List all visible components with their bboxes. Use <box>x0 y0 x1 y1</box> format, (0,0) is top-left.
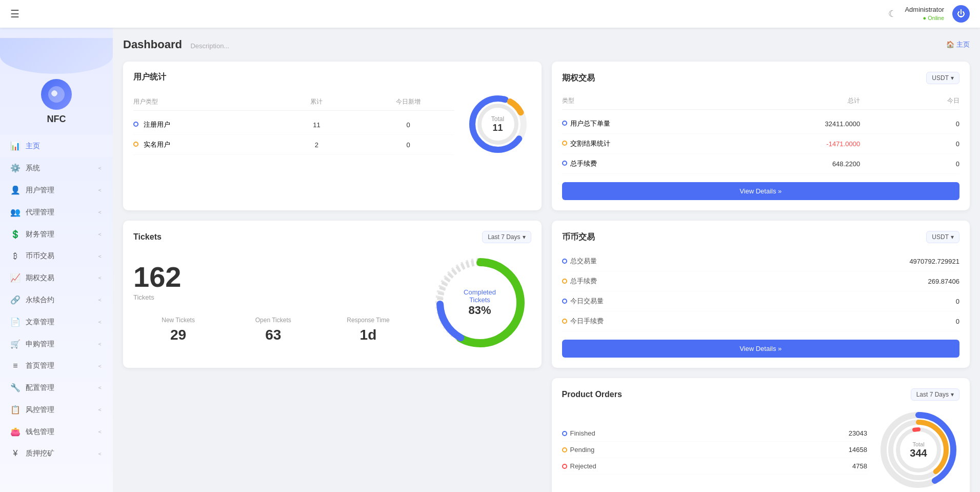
spot-header: 币币交易 USDT ▾ <box>562 231 960 243</box>
nav-item-left-2: 👤 用户管理 <box>10 185 54 195</box>
order-donut-text: Total <box>910 441 927 447</box>
nav-item-left-6: 📈 期权交易 <box>10 273 54 283</box>
orders-dropdown[interactable]: Last 7 Days ▾ <box>911 388 959 401</box>
sidebar-item-13[interactable]: 👛 钱包管理 ＜ <box>0 421 113 443</box>
sidebar-nav: 📊 主页 ⚙️ 系统 ＜ 👤 用户管理 ＜ 👥 代理管理 ＜ � <box>0 135 113 464</box>
donut-label: Total 11 <box>491 115 504 133</box>
sidebar-item-6[interactable]: 📈 期权交易 ＜ <box>0 267 113 289</box>
dot-icon <box>562 121 567 126</box>
user-stats-card: 用户统计 用户类型 累计 今日新增 注册用户 <box>123 62 542 210</box>
user-stats-content: 用户类型 累计 今日新增 注册用户 11 0 <box>133 91 531 158</box>
cards-grid: 用户统计 用户类型 累计 今日新增 注册用户 <box>123 62 970 492</box>
order-donut-label: Total 344 <box>910 441 927 459</box>
nav-label-0: 主页 <box>26 142 40 151</box>
spot-table: 总交易量 4970792.729921 总手续费 269.87406 今日交易量… <box>562 251 960 331</box>
nfc-logo-icon <box>47 85 66 104</box>
spot-dropdown[interactable]: USDT ▾ <box>926 231 959 243</box>
dot-icon <box>562 161 567 166</box>
nav-arrow-icon-2: ＜ <box>97 186 103 194</box>
futures-view-details-btn[interactable]: View Details » <box>562 182 960 200</box>
order-donut-num: 344 <box>910 447 927 459</box>
sidebar-item-3[interactable]: 👥 代理管理 ＜ <box>0 201 113 223</box>
sidebar-item-7[interactable]: 🔗 永续合约 ＜ <box>0 289 113 311</box>
hamburger-icon[interactable]: ☰ <box>10 8 19 20</box>
header-left: ☰ <box>10 8 19 20</box>
sidebar-brand: NFC <box>41 114 72 125</box>
nav-label-8: 文章管理 <box>26 318 54 327</box>
dot-icon <box>562 319 567 324</box>
page-header: Dashboard Description... 🏠 主页 <box>123 38 970 51</box>
nav-label-10: 首页管理 <box>26 361 54 370</box>
moon-icon[interactable]: ☾ <box>888 8 896 19</box>
futures-val-1: -1471.0000 <box>761 140 860 148</box>
sidebar-item-12[interactable]: 📋 风控管理 ＜ <box>0 399 113 421</box>
nav-arrow-icon-1: ＜ <box>97 164 103 172</box>
nav-icon-0: 📊 <box>10 141 21 151</box>
tickets-dropdown[interactable]: Last 7 Days ▾ <box>482 231 531 243</box>
spot-label-1: 总手续费 <box>562 277 597 286</box>
nav-label-12: 风控管理 <box>26 405 54 415</box>
col-total: 累计 <box>271 97 363 106</box>
verified-total: 2 <box>271 141 363 149</box>
user-donut-chart: Total 11 <box>465 91 531 158</box>
sidebar-item-11[interactable]: 🔧 配置管理 ＜ <box>0 377 113 399</box>
nav-icon-8: 📄 <box>10 317 21 327</box>
nav-icon-11: 🔧 <box>10 383 21 392</box>
circle-center: Completed Tickets 83% <box>454 288 506 317</box>
nav-arrow-icon-7: ＜ <box>97 296 103 304</box>
sidebar-item-8[interactable]: 📄 文章管理 ＜ <box>0 311 113 333</box>
nav-icon-5: ₿ <box>10 251 21 261</box>
sidebar-item-9[interactable]: 🛒 申购管理 ＜ <box>0 333 113 355</box>
spot-val-1: 269.87406 <box>928 278 959 285</box>
order-val-pending: 14658 <box>849 446 867 454</box>
spot-view-details-btn[interactable]: View Details » <box>562 340 960 358</box>
sidebar-item-14[interactable]: ¥ 质押挖矿 ＜ <box>0 443 113 464</box>
response-time-val: 1d <box>323 327 413 343</box>
dot-icon <box>562 259 567 264</box>
dot-icon <box>562 464 567 469</box>
order-donut-chart: Total 344 <box>877 409 959 491</box>
sidebar-item-1[interactable]: ⚙️ 系统 ＜ <box>0 157 113 179</box>
sidebar-logo-area: NFC <box>41 79 72 125</box>
nav-label-11: 配置管理 <box>26 383 54 392</box>
dot-icon <box>562 141 567 146</box>
chevron-down-icon-2: ▾ <box>523 233 526 241</box>
order-label-finished: Finished <box>562 429 595 437</box>
nav-icon-9: 🛒 <box>10 339 21 349</box>
stats-row-verified: 实名用户 2 0 <box>133 135 454 155</box>
header-right: ☾ Administrator Online ⏻ <box>888 5 970 23</box>
sidebar-item-5[interactable]: ₿ 币币交易 ＜ <box>0 245 113 267</box>
tickets-content: 162 Tickets New Tickets 29 Open Tickets … <box>133 251 531 354</box>
spot-label-3: 今日手续费 <box>562 317 604 326</box>
user-stats-header: 用户统计 <box>133 72 531 83</box>
spot-row-3: 今日手续费 0 <box>562 311 960 331</box>
nav-arrow-icon-9: ＜ <box>97 340 103 348</box>
power-button[interactable]: ⏻ <box>952 5 970 23</box>
page-title-area: Dashboard Description... <box>123 38 229 51</box>
sidebar-item-10[interactable]: ≡ 首页管理 ＜ <box>0 355 113 377</box>
nav-item-left-1: ⚙️ 系统 <box>10 163 40 173</box>
nav-label-1: 系统 <box>26 164 40 173</box>
nav-item-left-14: ¥ 质押挖矿 <box>10 449 54 458</box>
col-today: 今日新增 <box>363 97 454 106</box>
futures-trading-card: 期权交易 USDT ▾ 类型 总计 今日 用户总下单量 32411.0000 <box>552 62 970 210</box>
tickets-circle-progress: Completed Tickets 83% <box>429 251 531 354</box>
futures-dropdown[interactable]: USDT ▾ <box>926 72 959 84</box>
breadcrumb[interactable]: 🏠 主页 <box>946 40 970 49</box>
sidebar-item-4[interactable]: 💲 财务管理 ＜ <box>0 223 113 245</box>
nav-label-14: 质押挖矿 <box>26 449 54 458</box>
nav-item-left-8: 📄 文章管理 <box>10 317 54 327</box>
spot-row-0: 总交易量 4970792.729921 <box>562 251 960 271</box>
tickets-title: Tickets <box>133 232 162 242</box>
main-layout: NFC 📊 主页 ⚙️ 系统 ＜ 👤 用户管理 ＜ 👥 <box>0 28 980 492</box>
page-description: Description... <box>190 42 229 50</box>
stats-row-registered: 注册用户 11 0 <box>133 115 454 135</box>
dot-icon <box>562 299 567 304</box>
sidebar-item-2[interactable]: 👤 用户管理 ＜ <box>0 179 113 201</box>
chevron-down-icon-3: ▾ <box>951 233 954 241</box>
nav-label-9: 申购管理 <box>26 340 54 349</box>
nav-item-left-4: 💲 财务管理 <box>10 229 54 239</box>
futures-row-0: 用户总下单量 32411.0000 0 <box>562 114 960 134</box>
sidebar-item-0[interactable]: 📊 主页 <box>0 135 113 157</box>
order-label-pending: Pending <box>562 446 595 454</box>
